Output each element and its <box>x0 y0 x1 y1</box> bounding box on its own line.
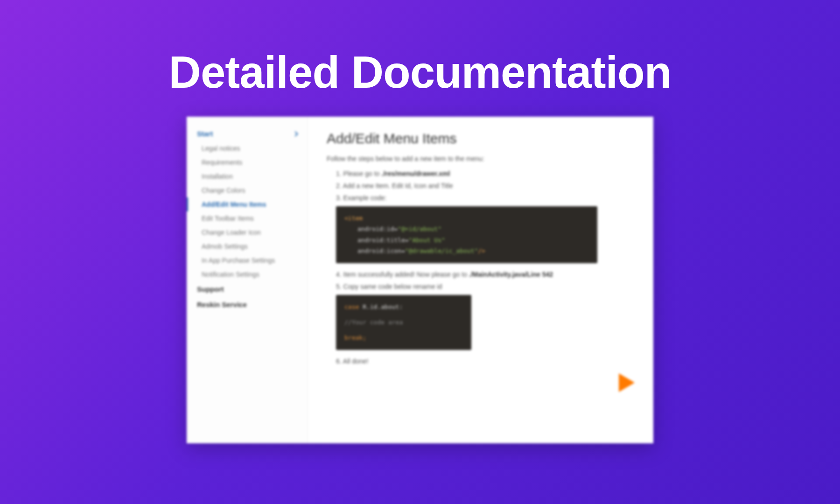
step-2: 2. Add a new Item. Edit Id, Icon and Tit… <box>336 182 635 189</box>
sidebar-item-requirements[interactable]: Requirements <box>187 155 308 169</box>
sidebar-item-change-colors[interactable]: Change Colors <box>187 183 308 197</box>
documentation-window: Start Legal notices Requirements Install… <box>187 117 653 443</box>
sidebar-item-admob-settings[interactable]: Admob Settings <box>187 239 308 253</box>
code-block-java: case R.id.about: //Your code area break; <box>336 295 471 350</box>
step-1: 1. Please go to ./res/menu/drawer.xml <box>336 170 635 177</box>
step-4: 4. Item successfully added! Now please g… <box>336 271 635 278</box>
step-list: 1. Please go to ./res/menu/drawer.xml 2.… <box>327 170 635 365</box>
chevron-right-icon <box>293 131 298 136</box>
hero-title: Detailed Documentation <box>169 47 672 98</box>
sidebar-item-legal-notices[interactable]: Legal notices <box>187 141 308 155</box>
sidebar-item-change-loader-icon[interactable]: Change Loader Icon <box>187 225 308 239</box>
play-icon[interactable] <box>619 373 635 392</box>
code-block-xml: <item android:id="@+id/about" android:ti… <box>336 206 597 263</box>
sidebar-item-add-edit-menu-items[interactable]: Add/Edit Menu Items <box>187 197 308 211</box>
step-3: 3. Example code: <box>336 194 635 202</box>
sidebar-section-label: Start <box>197 130 213 138</box>
intro-text: Follow the steps below to add a new item… <box>327 155 635 162</box>
content-area: Add/Edit Menu Items Follow the steps bel… <box>308 117 653 443</box>
sidebar-section-start[interactable]: Start <box>187 126 308 141</box>
sidebar-item-edit-toolbar-items[interactable]: Edit Toolbar Items <box>187 211 308 225</box>
sidebar-item-installation[interactable]: Installation <box>187 169 308 183</box>
sidebar-item-notification-settings[interactable]: Notification Settings <box>187 267 308 281</box>
sidebar-item-in-app-purchase-settings[interactable]: In App Purchase Settings <box>187 253 308 267</box>
sidebar-item-support[interactable]: Support <box>187 281 308 297</box>
step-6: 6. All done! <box>336 357 635 365</box>
page-title: Add/Edit Menu Items <box>327 131 635 147</box>
sidebar: Start Legal notices Requirements Install… <box>187 117 308 443</box>
step-5: 5. Copy same code below rename id <box>336 283 635 290</box>
sidebar-item-reskin-service[interactable]: Reskin Service <box>187 297 308 312</box>
